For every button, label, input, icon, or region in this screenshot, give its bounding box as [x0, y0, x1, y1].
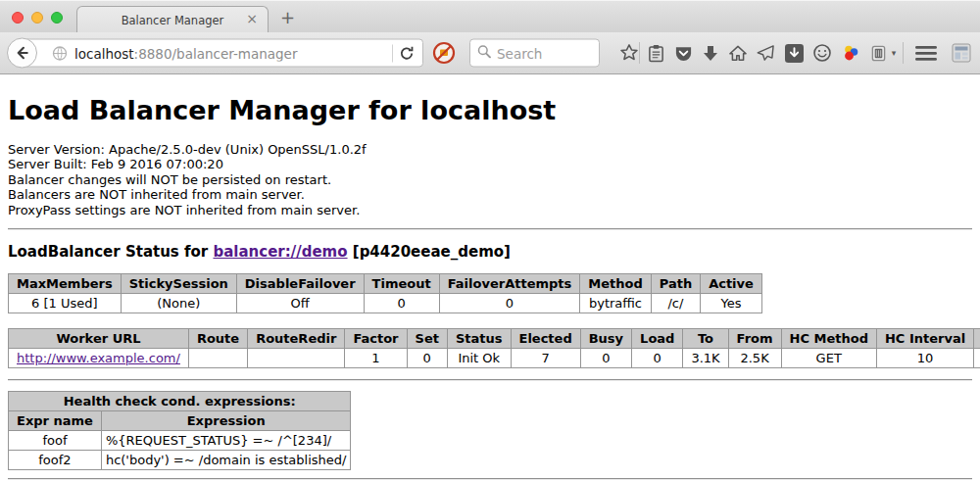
column-header: RouteRedir — [248, 329, 345, 349]
url-text[interactable]: localhost:8880/balancer-manager — [74, 45, 386, 61]
column-header: Timeout — [364, 274, 439, 294]
reading-list-icon[interactable] — [643, 38, 668, 68]
cell-status: Init Ok — [447, 349, 511, 368]
balancer-settings-table: MaxMembers StickySession DisableFailover… — [8, 273, 762, 313]
window-controls — [12, 12, 63, 24]
navigation-toolbar: localhost:8880/balancer-manager — [0, 32, 980, 74]
health-check-table: Health check cond. expressions: Expr nam… — [8, 391, 351, 470]
close-window-button[interactable] — [12, 12, 24, 24]
server-version-line: Server Version: Apache/2.5.0-dev (Unix) … — [8, 142, 972, 157]
cell-method: bytraffic — [580, 294, 651, 313]
cell-load: 0 — [632, 349, 683, 368]
cell-expression: hc('body') =~ /domain is established/ — [101, 451, 351, 470]
browser-window: Balancer Manager × + localhost:8880/bala… — [0, 0, 980, 481]
table-header-row: Worker URL Route RouteRedir Factor Set S… — [9, 329, 980, 349]
column-header: StickySession — [121, 274, 236, 294]
column-header: To — [683, 329, 728, 349]
cell-maxmembers: 6 [1 Used] — [9, 294, 122, 313]
cell-elected: 7 — [511, 349, 580, 368]
toolbar-separator — [903, 42, 904, 64]
health-table-title: Health check cond. expressions: — [9, 392, 351, 411]
column-header: Status — [447, 329, 511, 349]
table-header-row: Expr name Expression — [9, 411, 351, 431]
search-icon — [477, 44, 491, 63]
table-header-row: MaxMembers StickySession DisableFailover… — [9, 274, 762, 294]
column-header: DisableFailover — [236, 274, 364, 294]
column-header: Set — [407, 329, 447, 349]
page-content: Load Balancer Manager for localhost Serv… — [0, 95, 980, 480]
table-row: http://www.example.com/ 1 0 Init Ok 7 0 … — [9, 349, 980, 368]
inherit-notice-line: Balancers are NOT inherited from main se… — [8, 187, 972, 202]
cell-routeredir — [248, 349, 345, 368]
url-bar[interactable]: localhost:8880/balancer-manager — [24, 39, 423, 68]
column-header: FailoverAttempts — [439, 274, 580, 294]
cell-disablefailover: Off — [236, 294, 364, 313]
save-to-device-icon[interactable] — [781, 38, 807, 68]
balancer-status-heading: LoadBalancer Status for balancer://demo … — [8, 243, 972, 261]
cell-passes: 1 (0) — [974, 349, 980, 368]
balancer-status-prefix: LoadBalancer Status for — [8, 243, 208, 261]
worker-status-table: Worker URL Route RouteRedir Factor Set S… — [8, 328, 980, 368]
column-header: HC Method — [781, 329, 876, 349]
balancer-nonce: [p4420eeae_demo] — [353, 243, 511, 261]
site-identity-icon[interactable] — [52, 45, 68, 61]
table-title-row: Health check cond. expressions: — [9, 392, 351, 411]
tab-close-icon[interactable]: × — [246, 11, 258, 26]
search-bar[interactable] — [469, 39, 600, 68]
tab-balancer-manager[interactable]: Balancer Manager × — [76, 6, 269, 33]
tab-title: Balancer Manager — [122, 14, 224, 27]
page-snapshot-icon[interactable] — [949, 38, 974, 68]
send-plane-icon[interactable] — [753, 38, 778, 68]
menu-hamburger-icon[interactable] — [913, 38, 939, 68]
colored-dots-extension-icon[interactable] — [838, 38, 863, 68]
cell-expression: %{REQUEST_STATUS} =~ /^[234]/ — [101, 431, 351, 451]
toolbar-separator — [639, 42, 640, 64]
new-tab-button[interactable]: + — [272, 5, 303, 29]
search-input[interactable] — [497, 45, 592, 61]
home-icon[interactable] — [725, 38, 751, 68]
cell-expr-name: foof — [9, 431, 102, 451]
cell-path: /c/ — [651, 294, 700, 313]
page-title: Load Balancer Manager for localhost — [8, 95, 972, 125]
column-header: Passes — [974, 329, 980, 349]
cell-hc-interval: 10 — [876, 349, 973, 368]
cell-factor: 1 — [345, 349, 407, 368]
column-header: Worker URL — [9, 329, 189, 349]
pocket-icon[interactable] — [670, 38, 696, 68]
fullscreen-window-button[interactable] — [51, 12, 63, 24]
column-header: Busy — [580, 329, 631, 349]
table-row: foof %{REQUEST_STATUS} =~ /^[234]/ — [9, 431, 351, 451]
cell-worker-url: http://www.example.com/ — [9, 349, 189, 368]
cell-route — [188, 349, 247, 368]
column-header: Active — [701, 274, 762, 294]
minimize-window-button[interactable] — [31, 12, 43, 24]
column-header: Expr name — [9, 411, 102, 431]
feedback-smiley-icon[interactable] — [809, 38, 835, 68]
column-header: Method — [580, 274, 651, 294]
table-row: 6 [1 Used] (None) Off 0 0 bytraffic /c/ … — [9, 294, 762, 313]
cell-hc-method: GET — [781, 349, 876, 368]
cell-failoverattempts: 0 — [439, 294, 580, 313]
column-header: Load — [632, 329, 683, 349]
plugin-blocked-icon[interactable] — [432, 41, 456, 65]
cell-timeout: 0 — [364, 294, 439, 313]
overflow-caret-icon[interactable]: ▾ — [887, 48, 901, 58]
section-divider — [8, 379, 972, 381]
cell-busy: 0 — [580, 349, 631, 368]
column-header: MaxMembers — [9, 274, 122, 294]
server-built-line: Server Built: Feb 9 2016 07:00:20 — [8, 157, 972, 171]
cell-stickysession: (None) — [121, 294, 236, 313]
url-path: :8880/balancer-manager — [134, 45, 298, 61]
column-header: Route — [188, 329, 247, 349]
worker-url-link[interactable]: http://www.example.com/ — [17, 351, 180, 365]
back-button[interactable] — [7, 38, 37, 69]
reload-button[interactable] — [399, 45, 422, 61]
downloads-icon[interactable] — [698, 38, 723, 68]
proxypass-notice-line: ProxyPass settings are NOT inherited fro… — [8, 203, 972, 217]
balancer-link[interactable]: balancer://demo — [213, 243, 347, 261]
column-header: HC Interval — [876, 329, 973, 349]
cell-from: 2.5K — [728, 349, 781, 368]
cell-expr-name: foof2 — [9, 451, 102, 470]
persist-notice-line: Balancer changes will NOT be persisted o… — [8, 172, 972, 187]
cell-active: Yes — [701, 294, 762, 313]
